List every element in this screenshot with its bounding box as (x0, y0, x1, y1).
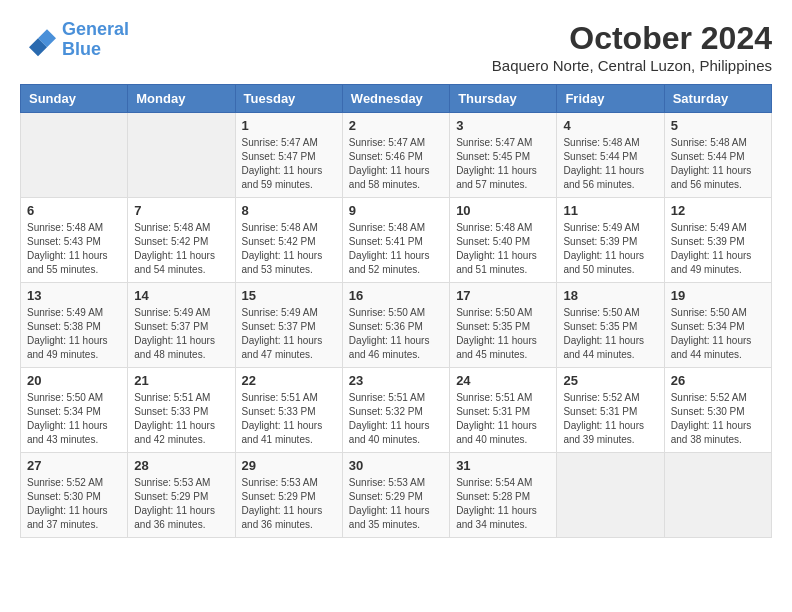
day-number: 26 (671, 373, 765, 388)
day-number: 12 (671, 203, 765, 218)
day-cell (21, 113, 128, 198)
day-info: Sunrise: 5:50 AM Sunset: 5:36 PM Dayligh… (349, 306, 443, 362)
day-number: 18 (563, 288, 657, 303)
day-number: 20 (27, 373, 121, 388)
day-cell: 29Sunrise: 5:53 AM Sunset: 5:29 PM Dayli… (235, 453, 342, 538)
week-row-5: 27Sunrise: 5:52 AM Sunset: 5:30 PM Dayli… (21, 453, 772, 538)
day-number: 22 (242, 373, 336, 388)
page-header: General Blue October 2024 Baquero Norte,… (20, 20, 772, 74)
day-cell (557, 453, 664, 538)
day-cell: 21Sunrise: 5:51 AM Sunset: 5:33 PM Dayli… (128, 368, 235, 453)
day-number: 5 (671, 118, 765, 133)
day-info: Sunrise: 5:53 AM Sunset: 5:29 PM Dayligh… (349, 476, 443, 532)
day-cell: 22Sunrise: 5:51 AM Sunset: 5:33 PM Dayli… (235, 368, 342, 453)
day-number: 2 (349, 118, 443, 133)
day-number: 23 (349, 373, 443, 388)
header-sunday: Sunday (21, 85, 128, 113)
day-cell: 4Sunrise: 5:48 AM Sunset: 5:44 PM Daylig… (557, 113, 664, 198)
day-cell: 11Sunrise: 5:49 AM Sunset: 5:39 PM Dayli… (557, 198, 664, 283)
day-cell: 31Sunrise: 5:54 AM Sunset: 5:28 PM Dayli… (450, 453, 557, 538)
days-header-row: SundayMondayTuesdayWednesdayThursdayFrid… (21, 85, 772, 113)
logo: General Blue (20, 20, 129, 60)
logo-line1: General (62, 19, 129, 39)
day-info: Sunrise: 5:49 AM Sunset: 5:37 PM Dayligh… (242, 306, 336, 362)
day-number: 11 (563, 203, 657, 218)
day-cell: 25Sunrise: 5:52 AM Sunset: 5:31 PM Dayli… (557, 368, 664, 453)
day-number: 7 (134, 203, 228, 218)
day-info: Sunrise: 5:52 AM Sunset: 5:30 PM Dayligh… (671, 391, 765, 447)
day-cell: 10Sunrise: 5:48 AM Sunset: 5:40 PM Dayli… (450, 198, 557, 283)
day-cell: 9Sunrise: 5:48 AM Sunset: 5:41 PM Daylig… (342, 198, 449, 283)
day-cell (664, 453, 771, 538)
day-info: Sunrise: 5:48 AM Sunset: 5:42 PM Dayligh… (242, 221, 336, 277)
day-info: Sunrise: 5:51 AM Sunset: 5:31 PM Dayligh… (456, 391, 550, 447)
day-info: Sunrise: 5:48 AM Sunset: 5:41 PM Dayligh… (349, 221, 443, 277)
day-info: Sunrise: 5:47 AM Sunset: 5:45 PM Dayligh… (456, 136, 550, 192)
day-cell: 14Sunrise: 5:49 AM Sunset: 5:37 PM Dayli… (128, 283, 235, 368)
day-cell: 8Sunrise: 5:48 AM Sunset: 5:42 PM Daylig… (235, 198, 342, 283)
day-cell: 20Sunrise: 5:50 AM Sunset: 5:34 PM Dayli… (21, 368, 128, 453)
month-title: October 2024 (492, 20, 772, 57)
day-number: 8 (242, 203, 336, 218)
day-number: 21 (134, 373, 228, 388)
day-number: 16 (349, 288, 443, 303)
day-number: 30 (349, 458, 443, 473)
day-info: Sunrise: 5:52 AM Sunset: 5:30 PM Dayligh… (27, 476, 121, 532)
day-info: Sunrise: 5:50 AM Sunset: 5:35 PM Dayligh… (563, 306, 657, 362)
header-wednesday: Wednesday (342, 85, 449, 113)
header-friday: Friday (557, 85, 664, 113)
day-info: Sunrise: 5:51 AM Sunset: 5:32 PM Dayligh… (349, 391, 443, 447)
day-info: Sunrise: 5:52 AM Sunset: 5:31 PM Dayligh… (563, 391, 657, 447)
day-number: 29 (242, 458, 336, 473)
day-info: Sunrise: 5:51 AM Sunset: 5:33 PM Dayligh… (242, 391, 336, 447)
day-cell: 12Sunrise: 5:49 AM Sunset: 5:39 PM Dayli… (664, 198, 771, 283)
day-info: Sunrise: 5:53 AM Sunset: 5:29 PM Dayligh… (242, 476, 336, 532)
day-number: 13 (27, 288, 121, 303)
day-info: Sunrise: 5:53 AM Sunset: 5:29 PM Dayligh… (134, 476, 228, 532)
day-cell: 27Sunrise: 5:52 AM Sunset: 5:30 PM Dayli… (21, 453, 128, 538)
day-number: 3 (456, 118, 550, 133)
day-cell: 24Sunrise: 5:51 AM Sunset: 5:31 PM Dayli… (450, 368, 557, 453)
day-cell: 16Sunrise: 5:50 AM Sunset: 5:36 PM Dayli… (342, 283, 449, 368)
location: Baquero Norte, Central Luzon, Philippine… (492, 57, 772, 74)
day-info: Sunrise: 5:50 AM Sunset: 5:34 PM Dayligh… (27, 391, 121, 447)
day-cell: 19Sunrise: 5:50 AM Sunset: 5:34 PM Dayli… (664, 283, 771, 368)
day-number: 25 (563, 373, 657, 388)
day-info: Sunrise: 5:49 AM Sunset: 5:39 PM Dayligh… (563, 221, 657, 277)
day-number: 9 (349, 203, 443, 218)
day-cell: 13Sunrise: 5:49 AM Sunset: 5:38 PM Dayli… (21, 283, 128, 368)
day-info: Sunrise: 5:48 AM Sunset: 5:43 PM Dayligh… (27, 221, 121, 277)
logo-icon (20, 22, 56, 58)
logo-text: General Blue (62, 20, 129, 60)
day-info: Sunrise: 5:54 AM Sunset: 5:28 PM Dayligh… (456, 476, 550, 532)
day-number: 6 (27, 203, 121, 218)
header-saturday: Saturday (664, 85, 771, 113)
day-cell: 28Sunrise: 5:53 AM Sunset: 5:29 PM Dayli… (128, 453, 235, 538)
day-number: 17 (456, 288, 550, 303)
title-block: October 2024 Baquero Norte, Central Luzo… (492, 20, 772, 74)
day-cell: 15Sunrise: 5:49 AM Sunset: 5:37 PM Dayli… (235, 283, 342, 368)
day-cell: 3Sunrise: 5:47 AM Sunset: 5:45 PM Daylig… (450, 113, 557, 198)
day-info: Sunrise: 5:48 AM Sunset: 5:44 PM Dayligh… (671, 136, 765, 192)
day-cell: 6Sunrise: 5:48 AM Sunset: 5:43 PM Daylig… (21, 198, 128, 283)
day-cell: 17Sunrise: 5:50 AM Sunset: 5:35 PM Dayli… (450, 283, 557, 368)
day-number: 15 (242, 288, 336, 303)
day-number: 10 (456, 203, 550, 218)
week-row-1: 1Sunrise: 5:47 AM Sunset: 5:47 PM Daylig… (21, 113, 772, 198)
day-info: Sunrise: 5:48 AM Sunset: 5:44 PM Dayligh… (563, 136, 657, 192)
week-row-4: 20Sunrise: 5:50 AM Sunset: 5:34 PM Dayli… (21, 368, 772, 453)
day-info: Sunrise: 5:51 AM Sunset: 5:33 PM Dayligh… (134, 391, 228, 447)
day-info: Sunrise: 5:49 AM Sunset: 5:38 PM Dayligh… (27, 306, 121, 362)
day-cell: 23Sunrise: 5:51 AM Sunset: 5:32 PM Dayli… (342, 368, 449, 453)
week-row-2: 6Sunrise: 5:48 AM Sunset: 5:43 PM Daylig… (21, 198, 772, 283)
day-cell: 7Sunrise: 5:48 AM Sunset: 5:42 PM Daylig… (128, 198, 235, 283)
day-number: 31 (456, 458, 550, 473)
calendar-table: SundayMondayTuesdayWednesdayThursdayFrid… (20, 84, 772, 538)
day-cell: 5Sunrise: 5:48 AM Sunset: 5:44 PM Daylig… (664, 113, 771, 198)
day-number: 27 (27, 458, 121, 473)
day-cell: 18Sunrise: 5:50 AM Sunset: 5:35 PM Dayli… (557, 283, 664, 368)
day-cell: 30Sunrise: 5:53 AM Sunset: 5:29 PM Dayli… (342, 453, 449, 538)
week-row-3: 13Sunrise: 5:49 AM Sunset: 5:38 PM Dayli… (21, 283, 772, 368)
day-info: Sunrise: 5:48 AM Sunset: 5:42 PM Dayligh… (134, 221, 228, 277)
day-cell (128, 113, 235, 198)
